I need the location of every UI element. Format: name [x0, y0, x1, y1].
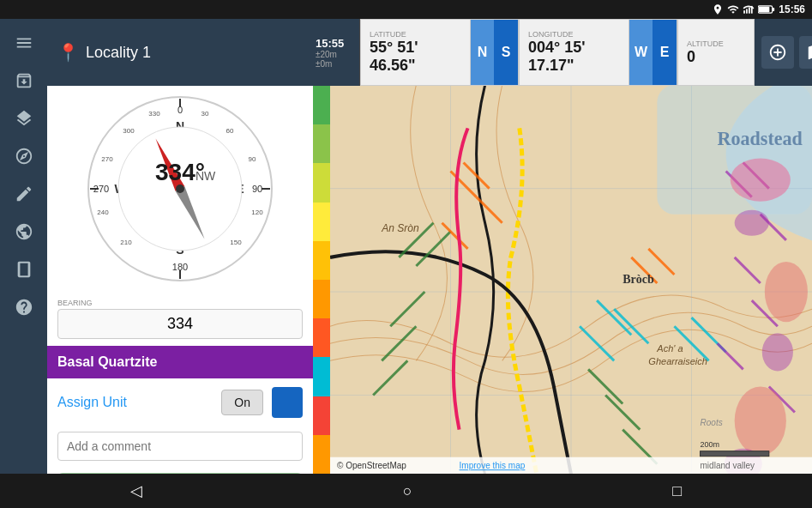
- svg-text:Ghearraiseich: Ghearraiseich: [648, 356, 707, 366]
- sidebar-edit-item[interactable]: [7, 177, 41, 211]
- svg-rect-38: [657, 86, 812, 215]
- assign-color-button[interactable]: [272, 387, 303, 418]
- color-cell-2[interactable]: [313, 124, 330, 163]
- gps-crosshair-button[interactable]: [761, 36, 794, 69]
- left-panel: 0 180 270 90 30 60 90 120 150 330 300 27…: [47, 86, 313, 474]
- color-cell-7[interactable]: [313, 318, 330, 357]
- compass-area: 0 180 270 90 30 60 90 120 150 330 300 27…: [47, 86, 313, 292]
- bearing-input[interactable]: [57, 309, 303, 339]
- svg-text:Improve this map: Improve this map: [460, 461, 526, 470]
- nav-home-button[interactable]: ○: [386, 475, 430, 507]
- svg-point-75: [762, 333, 793, 371]
- bearing-label: BEARING: [57, 299, 303, 307]
- svg-text:90: 90: [252, 184, 262, 194]
- sidebar-archive-item[interactable]: [7, 64, 41, 98]
- svg-text:midland valley: midland valley: [701, 461, 755, 470]
- alt-label: ALTITUDE: [687, 39, 745, 48]
- lon-w-badge: W: [629, 20, 653, 85]
- color-cell-9[interactable]: [313, 396, 330, 435]
- compass-svg: 0 180 270 90 30 60 90 120 150 330 300 27…: [86, 94, 274, 283]
- sidebar: [0, 19, 47, 508]
- svg-rect-2: [749, 8, 750, 14]
- wifi-icon: [727, 3, 739, 15]
- color-cell-1[interactable]: [313, 86, 330, 124]
- time-box: 15:55 ±20m ±0m: [309, 19, 360, 86]
- lon-value: 004° 15' 17.17": [528, 39, 620, 75]
- svg-point-72: [765, 262, 808, 322]
- svg-text:90: 90: [249, 155, 256, 163]
- svg-text:Ach' a: Ach' a: [656, 343, 683, 354]
- color-strip: [313, 86, 330, 474]
- locality-title: Locality 1: [86, 44, 151, 62]
- compass-container: 0 180 270 90 30 60 90 120 150 330 300 27…: [86, 94, 274, 283]
- svg-text:120: 120: [251, 209, 263, 216]
- svg-point-33: [176, 184, 184, 193]
- svg-text:© OpenStreetMap: © OpenStreetMap: [337, 461, 406, 470]
- assign-unit-row: Assign Unit On: [47, 378, 313, 426]
- assign-on-button[interactable]: On: [221, 390, 263, 415]
- svg-rect-82: [701, 451, 769, 457]
- status-icons: 15:56: [712, 3, 805, 15]
- roadstead-label: Roadstead: [718, 128, 803, 149]
- lon-label: LONGITUDE: [528, 30, 620, 39]
- color-cell-5[interactable]: [313, 241, 330, 280]
- svg-text:200m: 200m: [701, 440, 720, 449]
- svg-point-74: [735, 210, 769, 236]
- svg-text:60: 60: [226, 127, 234, 135]
- status-bar: 15:56: [0, 0, 812, 19]
- color-cell-6[interactable]: [313, 280, 330, 318]
- alt-value: 0: [687, 48, 745, 66]
- svg-text:330: 330: [148, 110, 160, 118]
- sidebar-menu-item[interactable]: [7, 26, 41, 60]
- svg-text:150: 150: [230, 239, 242, 246]
- svg-rect-1: [746, 9, 748, 13]
- gps-accuracy-v: ±0m: [316, 59, 352, 69]
- svg-point-73: [735, 386, 786, 455]
- sidebar-help-item[interactable]: [7, 290, 41, 324]
- svg-text:270: 270: [101, 155, 113, 163]
- lat-s-badge: S: [494, 20, 518, 85]
- sidebar-globe-item[interactable]: [7, 215, 41, 249]
- svg-rect-6: [759, 7, 770, 13]
- svg-point-71: [731, 158, 791, 201]
- locality-pin-icon: 📍: [57, 42, 79, 63]
- svg-text:210: 210: [120, 239, 132, 246]
- svg-rect-5: [773, 8, 775, 11]
- signal-icon: [743, 3, 755, 15]
- gps-map-button[interactable]: [799, 36, 812, 69]
- svg-text:NW: NW: [195, 169, 216, 183]
- sidebar-layers-item[interactable]: [7, 101, 41, 136]
- locality-bar: 📍 Locality 1: [47, 19, 309, 86]
- nav-bar: ◁ ○ □: [0, 474, 812, 508]
- svg-text:Bròcb: Bròcb: [623, 272, 654, 286]
- comment-section: [47, 426, 313, 466]
- svg-text:An Sròn: An Sròn: [381, 222, 419, 234]
- lat-label: LATITUDE: [370, 30, 461, 39]
- color-cell-3[interactable]: [313, 163, 330, 202]
- svg-text:300: 300: [123, 127, 135, 135]
- svg-text:Roots: Roots: [701, 418, 723, 427]
- color-cell-10[interactable]: [313, 435, 330, 474]
- color-cell-4[interactable]: [313, 203, 330, 241]
- bearing-section: BEARING: [47, 292, 313, 346]
- nav-back-button[interactable]: ◁: [113, 475, 159, 507]
- location-icon: [712, 3, 724, 15]
- assign-unit-label: Assign Unit: [57, 395, 213, 410]
- map-svg: Roadstead: [330, 86, 812, 474]
- nav-recent-button[interactable]: □: [655, 475, 699, 507]
- color-cell-8[interactable]: [313, 357, 330, 396]
- svg-rect-0: [743, 10, 745, 14]
- sidebar-book-item[interactable]: [7, 252, 41, 287]
- svg-text:240: 240: [97, 209, 109, 216]
- gps-controls: ON: [755, 19, 812, 86]
- map-area[interactable]: Roadstead: [330, 86, 812, 474]
- unit-section: Basal Quartzite: [47, 346, 313, 378]
- unit-name: Basal Quartzite: [57, 354, 157, 369]
- svg-text:30: 30: [201, 110, 209, 118]
- lon-e-badge: E: [653, 20, 677, 85]
- battery-icon: [758, 4, 775, 15]
- sidebar-compass-item[interactable]: [7, 139, 41, 173]
- svg-rect-3: [751, 6, 753, 14]
- gps-time: 15:55: [316, 37, 352, 50]
- comment-input[interactable]: [57, 432, 303, 461]
